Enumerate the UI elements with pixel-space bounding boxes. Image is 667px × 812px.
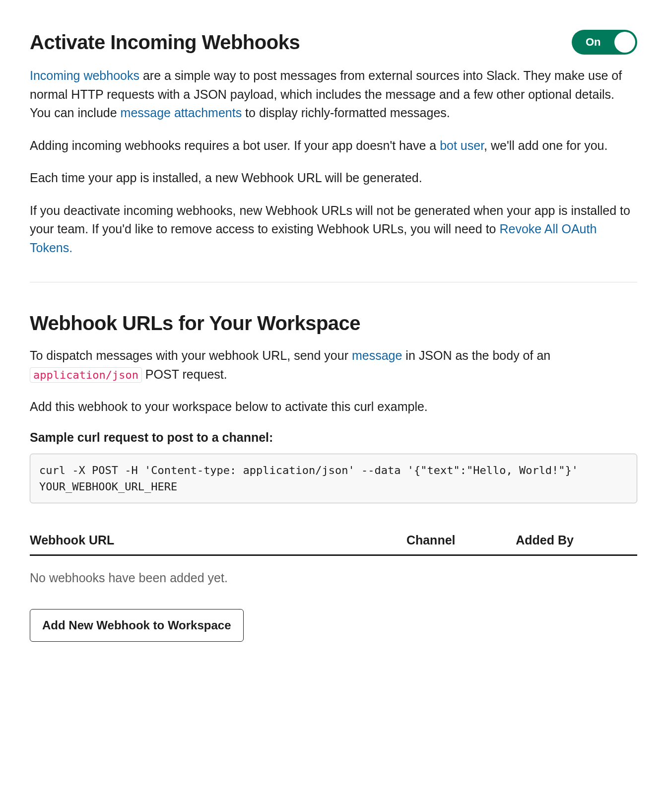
section2-p2: Add this webhook to your workspace below… <box>30 398 637 416</box>
activate-webhooks-toggle[interactable]: On <box>572 30 637 55</box>
section1-p4: If you deactivate incoming webhooks, new… <box>30 202 637 258</box>
section1-p1: Incoming webhooks are a simple way to po… <box>30 67 637 123</box>
curl-code-block: curl -X POST -H 'Content-type: applicati… <box>30 454 637 503</box>
section2-p1: To dispatch messages with your webhook U… <box>30 346 637 384</box>
message-attachments-link[interactable]: message attachments <box>121 106 242 120</box>
section2-title: Webhook URLs for Your Workspace <box>30 312 637 335</box>
col-added-by: Added By <box>516 533 637 547</box>
section1-p3: Each time your app is installed, a new W… <box>30 169 637 188</box>
col-channel: Channel <box>406 533 516 547</box>
col-webhook-url: Webhook URL <box>30 533 406 547</box>
bot-user-link[interactable]: bot user <box>440 138 484 152</box>
content-type-code: application/json <box>30 367 142 383</box>
incoming-webhooks-link[interactable]: Incoming webhooks <box>30 68 139 82</box>
toggle-knob <box>614 32 635 53</box>
add-webhook-button[interactable]: Add New Webhook to Workspace <box>30 609 244 642</box>
section-divider <box>30 282 637 282</box>
message-link[interactable]: message <box>352 348 402 362</box>
section1-p2: Adding incoming webhooks requires a bot … <box>30 136 637 155</box>
webhook-table-header: Webhook URL Channel Added By <box>30 533 637 556</box>
section1-title: Activate Incoming Webhooks <box>30 31 300 54</box>
toggle-state-label: On <box>586 36 601 49</box>
webhook-empty-state: No webhooks have been added yet. <box>30 571 637 585</box>
sample-curl-label: Sample curl request to post to a channel… <box>30 430 637 445</box>
